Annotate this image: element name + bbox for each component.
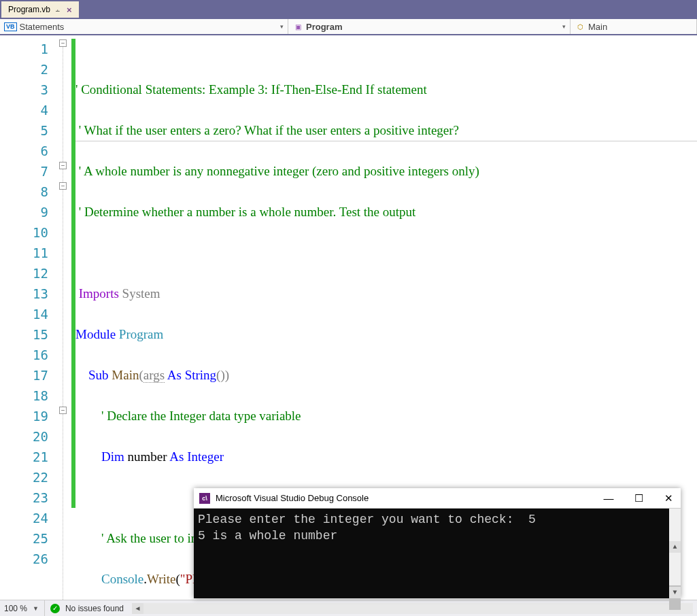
document-tab[interactable]: Program.vb ⫠ ×	[1, 1, 79, 18]
minimize-icon[interactable]: —	[602, 492, 615, 504]
fold-toggle-icon[interactable]: −	[59, 162, 67, 169]
issues-label: No issues found	[65, 604, 124, 613]
code-token: number	[124, 449, 170, 464]
code-token: Write	[147, 572, 176, 586]
class-label: Program	[306, 22, 342, 32]
navigation-bar: VB Statements ▾ ▣ Program ▾ ⬡ Main	[0, 18, 697, 35]
code-line: ' A whole number is any nonnegative inte…	[79, 164, 479, 178]
member-label: Main	[588, 22, 607, 32]
close-icon[interactable]: ✕	[662, 492, 675, 504]
scroll-up-arrow-icon[interactable]: ▲	[669, 541, 681, 553]
fold-toggle-icon[interactable]: −	[59, 39, 67, 47]
folding-margin[interactable]: − − − −	[58, 35, 71, 600]
scope-label: Statements	[20, 22, 65, 32]
code-line: ' What if the user enters a zero? What i…	[79, 123, 459, 137]
code-token: String	[182, 368, 216, 382]
console-output[interactable]: Please enter the integer you want to che…	[194, 509, 681, 598]
console-titlebar[interactable]: c\ Microsoft Visual Studio Debug Console…	[194, 488, 681, 509]
close-icon[interactable]: ×	[67, 5, 72, 15]
console-app-icon: c\	[199, 493, 210, 504]
vb-badge-icon: VB	[4, 22, 17, 31]
code-token: System	[119, 286, 160, 301]
console-line: Please enter the integer you want to che…	[198, 513, 536, 526]
code-token: Imports	[79, 286, 119, 301]
code-token: args	[143, 368, 165, 383]
pin-icon[interactable]: ⫠	[54, 6, 61, 14]
code-token: Program	[116, 327, 163, 341]
code-token: As	[169, 449, 184, 464]
maximize-icon[interactable]: ☐	[632, 492, 645, 504]
code-token: As	[165, 368, 182, 382]
console-title: Microsoft Visual Studio Debug Console	[216, 493, 369, 503]
fold-toggle-icon[interactable]: −	[59, 182, 67, 190]
status-bar: 100 % ▼ ✓ No issues found ◄	[0, 600, 697, 616]
code-token: Dim	[101, 449, 124, 464]
debug-console-window[interactable]: c\ Microsoft Visual Studio Debug Console…	[194, 488, 681, 598]
document-tab-bar: Program.vb ⫠ ×	[0, 0, 697, 18]
vertical-scrollbar[interactable]: ▲ ▼	[669, 509, 681, 598]
class-icon: ▣	[292, 21, 303, 32]
zoom-level[interactable]: 100 %	[4, 604, 27, 613]
horizontal-scrollbar[interactable]: ◄	[132, 603, 693, 614]
fold-toggle-icon[interactable]: −	[59, 407, 67, 414]
check-circle-icon: ✓	[50, 604, 60, 613]
code-token: Module	[75, 327, 116, 341]
line-number-gutter: 1234567891011121314151617181920212223242…	[0, 35, 58, 600]
scroll-left-arrow-icon[interactable]: ◄	[132, 603, 143, 614]
code-token: Sub	[88, 368, 109, 382]
code-token: Integer	[184, 449, 224, 464]
chevron-down-icon[interactable]: ▼	[33, 605, 39, 612]
method-icon: ⬡	[575, 21, 585, 32]
chevron-down-icon: ▾	[280, 23, 284, 30]
code-line: ' Conditional Statements: Example 3: If-…	[75, 82, 427, 97]
console-line: 5 is a whole number	[198, 529, 337, 543]
tab-label: Program.vb	[8, 5, 50, 14]
member-dropdown[interactable]: ⬡ Main	[571, 19, 697, 34]
class-dropdown[interactable]: ▣ Program ▾	[288, 19, 571, 34]
scope-dropdown[interactable]: VB Statements ▾	[0, 19, 288, 34]
scroll-down-arrow-icon[interactable]: ▼	[669, 587, 681, 598]
code-line: ' Determine whether a number is a whole …	[79, 205, 416, 219]
code-token: Main	[109, 368, 139, 382]
code-token: Console	[101, 572, 143, 586]
chevron-down-icon: ▾	[562, 23, 566, 30]
code-line: ' Declare the Integer data type variable	[101, 409, 301, 423]
